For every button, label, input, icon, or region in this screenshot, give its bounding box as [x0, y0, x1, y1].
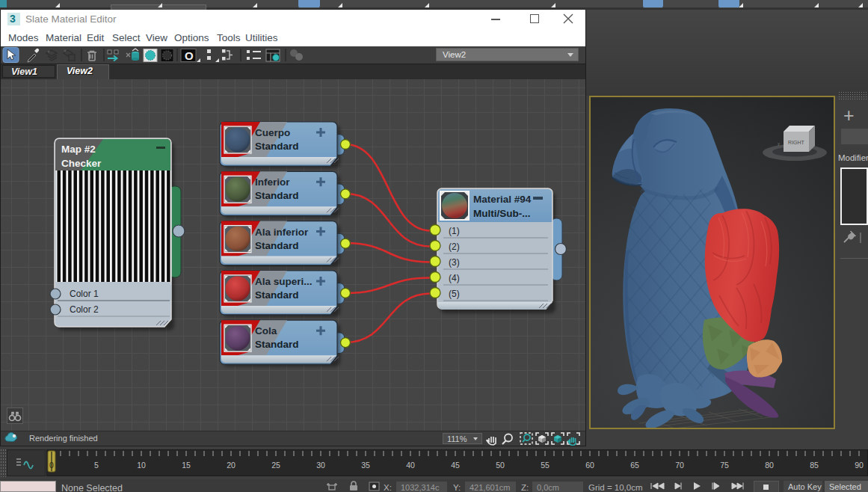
svg-text:50: 50 [496, 461, 505, 470]
svg-text:Inferior: Inferior [255, 176, 290, 188]
svg-text:5: 5 [94, 461, 99, 470]
svg-text:75: 75 [720, 461, 729, 470]
svg-text:(1): (1) [449, 226, 460, 236]
svg-text:Standard: Standard [255, 339, 299, 350]
svg-text:70: 70 [675, 461, 684, 470]
svg-text:80: 80 [765, 461, 774, 470]
svg-text:Material #94: Material #94 [473, 194, 532, 205]
svg-text:0: 0 [49, 461, 54, 470]
svg-text:Ala inferior: Ala inferior [255, 227, 309, 238]
svg-text:Cuerpo: Cuerpo [255, 127, 290, 138]
svg-text:Color 2: Color 2 [70, 304, 99, 315]
svg-text:Ala superi...: Ala superi... [255, 276, 313, 287]
svg-text:40: 40 [406, 461, 415, 470]
svg-text:Multi/Sub-...: Multi/Sub-... [473, 208, 531, 219]
svg-text:Standard: Standard [255, 240, 299, 251]
svg-text:(5): (5) [449, 289, 460, 299]
svg-text:(2): (2) [449, 242, 460, 252]
svg-text:(4): (4) [449, 273, 460, 283]
svg-text:20: 20 [227, 461, 236, 470]
svg-text:(3): (3) [449, 257, 460, 268]
svg-text:25: 25 [271, 461, 280, 470]
svg-text:Standard: Standard [255, 190, 299, 201]
svg-text:65: 65 [630, 461, 639, 470]
svg-text:45: 45 [451, 461, 460, 470]
svg-text:Map #2: Map #2 [61, 144, 96, 155]
svg-text:85: 85 [810, 461, 819, 470]
svg-text:10: 10 [137, 461, 146, 470]
svg-text:90: 90 [855, 461, 864, 470]
svg-text:35: 35 [361, 461, 370, 470]
svg-text:Checker: Checker [61, 158, 102, 169]
svg-text:15: 15 [182, 461, 191, 470]
svg-text:30: 30 [316, 461, 325, 470]
svg-text:y: y [778, 141, 780, 146]
svg-text:Cola: Cola [255, 325, 277, 336]
svg-text:55: 55 [541, 461, 550, 470]
svg-text:60: 60 [585, 461, 594, 470]
svg-text:Standard: Standard [255, 289, 299, 301]
svg-text:RIGHT: RIGHT [788, 140, 805, 145]
svg-text:Color 1: Color 1 [70, 289, 99, 299]
svg-text:Standard: Standard [255, 141, 299, 152]
svg-text:O: O [185, 49, 194, 62]
